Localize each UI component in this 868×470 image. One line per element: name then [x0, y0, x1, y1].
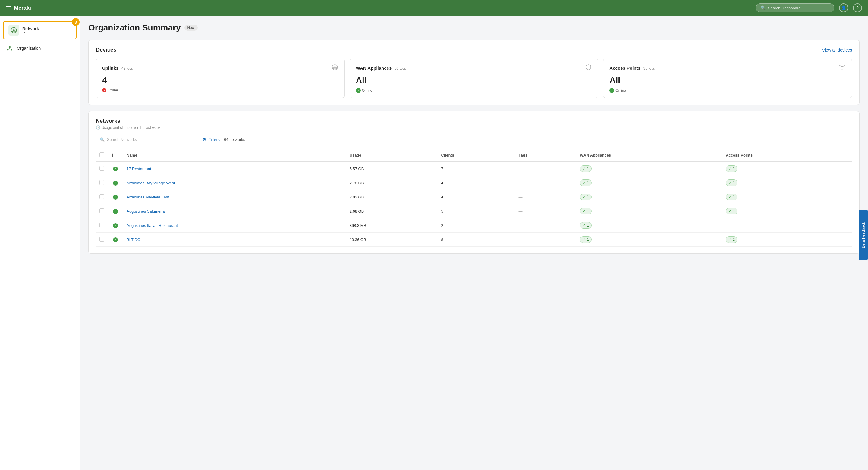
row-checkbox-cell	[96, 204, 108, 218]
filter-icon: ⚙	[203, 137, 207, 142]
network-name-link[interactable]: 17 Restaurant	[127, 167, 151, 171]
row-tags-cell: —	[515, 161, 577, 176]
ap-card: Access Points 35 total All	[603, 59, 852, 98]
network-label: Network	[22, 26, 39, 31]
table-row: Augustinos Italian Restaurant 868.3 MB 2…	[96, 218, 852, 233]
ap-check-icon: ✓	[728, 167, 732, 171]
row-checkbox[interactable]	[99, 166, 104, 171]
sidebar-org-item[interactable]: Organization	[0, 41, 80, 56]
row-name-cell: Arrabiatas Bay Village West	[123, 176, 346, 190]
table-row: Augustines Salumeria 2.68 GB 5 — ✓ 1 ✓ 1	[96, 204, 852, 218]
row-checkbox[interactable]	[99, 223, 104, 228]
row-checkbox[interactable]	[99, 194, 104, 199]
row-checkbox[interactable]	[99, 208, 104, 213]
wan-check-icon: ✓	[583, 223, 586, 228]
row-checkbox-cell	[96, 233, 108, 247]
brand-logo[interactable]: Meraki	[6, 5, 31, 11]
row-name-cell: BLT DC	[123, 233, 346, 247]
col-clients: Clients	[438, 149, 515, 161]
row-name-cell: Augustinos Italian Restaurant	[123, 218, 346, 233]
header-checkbox[interactable]	[99, 152, 104, 157]
ap-badge: ✓ 1	[726, 179, 738, 186]
row-clients-cell: 7	[438, 161, 515, 176]
devices-title: Devices	[96, 47, 116, 53]
network-name-link[interactable]: Augustinos Italian Restaurant	[127, 223, 178, 228]
beta-feedback-button[interactable]: Beta Feedback	[859, 210, 868, 260]
uplinks-label: Uplinks	[102, 65, 119, 70]
wan-badge: ✓ 1	[580, 222, 592, 229]
ap-status: Online	[610, 88, 846, 93]
network-search-box[interactable]: 🔍	[96, 135, 198, 145]
network-name-link[interactable]: Arrabiatas Bay Village West	[127, 181, 175, 185]
devices-header: Devices View all devices	[96, 47, 852, 53]
row-checkbox[interactable]	[99, 237, 104, 242]
row-tags-cell: —	[515, 218, 577, 233]
wan-check-icon: ✓	[583, 181, 586, 185]
network-count: 64 networks	[224, 137, 245, 142]
col-tags: Tags	[515, 149, 577, 161]
org-icon	[5, 44, 14, 53]
row-checkbox-cell	[96, 218, 108, 233]
wan-card: WAN Appliances 30 total All Online	[350, 59, 598, 98]
row-status-icon	[113, 223, 118, 228]
row-wan-cell: ✓ 1	[576, 161, 722, 176]
row-ap-cell: ✓ 1	[722, 204, 852, 218]
wan-check-icon: ✓	[583, 237, 586, 242]
networks-title: Networks	[96, 118, 120, 124]
search-dashboard-input[interactable]	[768, 6, 830, 10]
search-row: 🔍 ⚙ Filters 64 networks	[96, 135, 852, 145]
help-icon[interactable]: ?	[853, 3, 862, 12]
view-all-devices-link[interactable]: View all devices	[822, 48, 852, 53]
uplinks-card: Uplinks 42 total	[96, 59, 345, 98]
row-ap-cell: —	[722, 218, 852, 233]
offline-icon	[102, 88, 106, 92]
wan-value: All	[356, 76, 592, 85]
row-ap-cell: ✓ 1	[722, 161, 852, 176]
filters-button[interactable]: ⚙ Filters	[203, 137, 220, 142]
row-name-cell: Augustines Salumeria	[123, 204, 346, 218]
networks-section: Networks 🕐 Usage and clients over the la…	[88, 111, 860, 254]
wan-badge: ✓ 1	[580, 208, 592, 214]
row-name-cell: Arrabiatas Mayfield East	[123, 190, 346, 204]
sidebar-network-item[interactable]: Network ▾ 3	[3, 21, 76, 39]
row-usage-cell: 5.57 GB	[346, 161, 438, 176]
search-bar[interactable]: 🔍	[756, 3, 834, 12]
network-name-link[interactable]: BLT DC	[127, 237, 140, 242]
search-networks-input[interactable]	[107, 137, 194, 142]
ap-badge: ✓ 1	[726, 208, 738, 214]
row-status-cell	[108, 218, 123, 233]
network-name-link[interactable]: Arrabiatas Mayfield East	[127, 195, 169, 199]
row-status-icon	[113, 181, 118, 185]
main-content: Organization Summary New Devices View al…	[80, 16, 868, 470]
uplinks-status: Offline	[102, 88, 338, 92]
row-wan-cell: ✓ 1	[576, 176, 722, 190]
uplinks-value: 4	[102, 76, 338, 85]
svg-point-4	[9, 46, 10, 48]
network-name-link[interactable]: Augustines Salumeria	[127, 209, 164, 213]
col-name: Name	[123, 149, 346, 161]
beta-feedback-panel[interactable]: Beta Feedback	[859, 210, 868, 260]
ap-value: All	[610, 76, 846, 85]
row-clients-cell: 2	[438, 218, 515, 233]
row-clients-cell: 4	[438, 176, 515, 190]
row-tags-cell: —	[515, 190, 577, 204]
row-usage-cell: 2.68 GB	[346, 204, 438, 218]
row-checkbox[interactable]	[99, 180, 104, 185]
row-wan-cell: ✓ 1	[576, 233, 722, 247]
network-badge: 3	[72, 18, 80, 26]
col-wan: WAN Appliances	[576, 149, 722, 161]
table-header: ℹ Name Usage Clients Tags WAN Appliances…	[96, 149, 852, 161]
user-icon[interactable]: 👤	[839, 3, 848, 12]
row-name-cell: 17 Restaurant	[123, 161, 346, 176]
chevron-down-icon: ▾	[24, 31, 39, 34]
wan-check-icon: ✓	[583, 209, 586, 213]
shield-icon	[585, 64, 592, 72]
ap-total: 35 total	[644, 66, 655, 70]
wifi-icon	[838, 64, 846, 72]
row-status-icon	[113, 237, 118, 242]
row-status-cell	[108, 176, 123, 190]
col-checkbox	[96, 149, 108, 161]
ap-label: Access Points	[610, 65, 641, 70]
ap-check-icon: ✓	[728, 181, 732, 185]
networks-table: ℹ Name Usage Clients Tags WAN Appliances…	[96, 149, 852, 247]
